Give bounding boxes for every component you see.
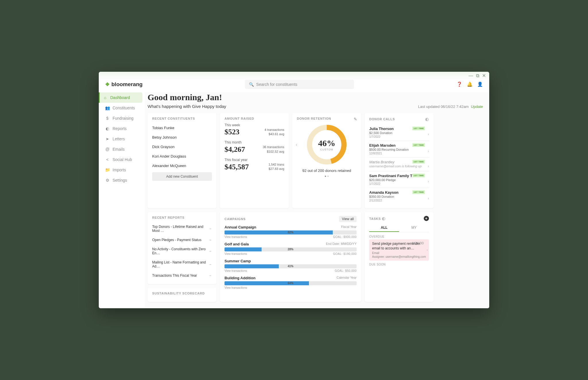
campaign-row: Annual CampaignFiscal Year 82% View tran… — [225, 225, 357, 239]
minimize-icon[interactable]: — — [469, 73, 473, 78]
user-icon[interactable]: 👤 — [477, 82, 483, 87]
first-time-badge: 1ST TIME — [412, 143, 425, 147]
progress-bar: 64% — [225, 281, 357, 285]
maximize-icon[interactable]: ⧉ — [476, 73, 479, 78]
last-updated: Last updated 06/16/22 7:42am Update — [418, 104, 483, 109]
donor-call-row[interactable]: 1ST TIME Martia Brantley username@email.… — [369, 157, 429, 171]
help-icon[interactable]: ❓ — [457, 82, 462, 87]
donor-call-row[interactable]: 1ST TIME Elijah Marsden $500.00 Recurrin… — [369, 141, 429, 157]
constituent-row[interactable]: Alexander McQueen — [152, 161, 212, 170]
logo[interactable]: ❖ bloomerang — [105, 81, 143, 88]
constituent-row[interactable]: Dick Grayson — [152, 142, 212, 152]
edit-icon[interactable]: ✎ — [354, 117, 357, 121]
pie-icon[interactable]: ◐ — [382, 216, 386, 221]
home-icon: ⌂ — [103, 95, 107, 100]
progress-bar: 41% — [225, 264, 357, 268]
tab-my[interactable]: MY — [399, 224, 429, 232]
dashboard-row-2: RECENT REPORTS Top Donors - Lifetime Rai… — [148, 212, 483, 302]
main: Good morning, Jan! What's happening with… — [145, 92, 489, 309]
pie-icon[interactable]: ◐ — [425, 117, 429, 121]
sidebar-item-dashboard[interactable]: ⌂Dashboard — [99, 92, 142, 103]
card-tasks: TASKS ◐ + ALL MY OVERDUE Send pledge pay… — [365, 212, 434, 302]
send-icon: ➤ — [105, 137, 110, 141]
progress-bar: 28% — [225, 247, 357, 251]
sidebar-item-social-hub[interactable]: <Social Hub — [101, 154, 142, 165]
report-row[interactable]: Open Pledges - Payment Status→ — [152, 235, 212, 245]
card-recent-constituents: RECENT CONSTITUENTS Tobias Funke Betsy J… — [148, 113, 216, 209]
chevron-right-icon: › — [428, 179, 429, 183]
app-window: — ⧉ ✕ ❖ bloomerang 🔍 Search for constitu… — [99, 72, 489, 309]
constituent-row[interactable]: Betsy Johnson — [152, 133, 212, 142]
donor-call-row[interactable]: 1ST TIME Julia Thorson $2,500 Donation 1… — [369, 124, 429, 141]
people-icon: 👥 — [105, 106, 110, 110]
amount-block-week: This week $523 4 transactions$43.61 avg — [225, 123, 284, 137]
sidebar-item-letters[interactable]: ➤Letters — [101, 134, 142, 144]
dollar-icon: $ — [105, 116, 110, 121]
sidebar: ⌂Dashboard 👥Constituents $Fundraising ◐R… — [99, 92, 145, 309]
chevron-right-icon: › — [428, 132, 429, 136]
view-transactions-link[interactable]: View transactions — [225, 252, 247, 255]
left-col: RECENT REPORTS Top Donors - Lifetime Rai… — [148, 212, 216, 302]
view-transactions-link[interactable]: View transactions — [225, 269, 247, 272]
add-task-button[interactable]: + — [424, 216, 429, 221]
first-time-badge: 1ST TIME — [412, 160, 425, 164]
bell-icon[interactable]: 🔔 — [467, 82, 473, 87]
card-recent-reports: RECENT REPORTS Top Donors - Lifetime Rai… — [148, 212, 216, 284]
chevron-right-icon: › — [428, 196, 429, 200]
constituent-row[interactable]: Kori Ander Douglass — [152, 152, 212, 161]
card-donor-retention: DONOR RETENTION ✎ ‹ 46% CUSTOM — [292, 113, 361, 209]
arrow-right-icon: → — [208, 238, 212, 242]
search-wrap: 🔍 Search for constituents — [148, 80, 451, 89]
constituent-row[interactable]: Tobias Funke — [152, 123, 212, 133]
folder-icon: 📁 — [105, 168, 110, 172]
chevron-left-icon[interactable]: ‹ — [296, 142, 297, 147]
update-link[interactable]: Update — [471, 104, 483, 109]
card-title: RECENT CONSTITUENTS — [152, 117, 212, 120]
chevron-right-icon: › — [427, 248, 428, 252]
campaign-row: Building AdditionCalendar Year 64% View … — [225, 276, 357, 289]
task-row[interactable]: Send pledge payment reminder email to ac… — [369, 239, 429, 260]
top-icons: ❓ 🔔 👤 — [457, 82, 483, 87]
card-title: DONOR RETENTION — [297, 117, 357, 120]
view-all-button[interactable]: View all — [339, 216, 357, 222]
sidebar-item-reports[interactable]: ◐Reports — [101, 123, 142, 134]
card-donor-calls: DONOR CALLS◐ 1ST TIME Julia Thorson $2,5… — [365, 113, 434, 209]
arrow-right-icon: → — [208, 262, 212, 266]
report-row[interactable]: Transactions This Fiscal Year→ — [152, 271, 212, 280]
card-sustainability: SUSTAINABILITY SCORECARD — [148, 288, 216, 302]
report-row[interactable]: Top Donors - Lifetime Raised and Most …→ — [152, 222, 212, 235]
arrow-right-icon: → — [208, 227, 212, 231]
add-constituent-button[interactable]: Add new Constituent — [152, 172, 212, 181]
donor-call-row[interactable]: 1ST TIME Amanda Kayson $350.00 Donation … — [369, 188, 429, 204]
tab-all[interactable]: ALL — [369, 224, 399, 232]
retention-donut: 46% CUSTOM — [305, 123, 348, 166]
overdue-label: OVERDUE — [369, 235, 429, 238]
sidebar-item-fundraising[interactable]: $Fundraising — [101, 113, 142, 123]
brand-name: bloomerang — [111, 81, 143, 88]
campaign-row: Summer Camp 41% View transactionsGOAL: $… — [225, 259, 357, 272]
report-row[interactable]: No Activity - Constituents with Zero En…… — [152, 245, 212, 258]
share-icon: < — [105, 157, 110, 162]
chevron-right-icon: › — [428, 149, 429, 153]
sidebar-item-emails[interactable]: @Emails — [101, 144, 142, 154]
amount-block-month: This month $4,267 36 transactions$102.52… — [225, 140, 284, 154]
retention-text: 92 out of 200 donors retained — [297, 168, 357, 173]
topbar: ❖ bloomerang 🔍 Search for constituents ❓… — [99, 80, 489, 92]
search-input[interactable]: 🔍 Search for constituents — [245, 80, 354, 89]
retention-sublabel: CUSTOM — [320, 148, 333, 151]
view-transactions-link[interactable]: View transactions — [225, 286, 247, 289]
close-icon[interactable]: ✕ — [482, 73, 486, 78]
chevron-right-icon: › — [428, 164, 429, 168]
sidebar-item-constituents[interactable]: 👥Constituents — [101, 103, 142, 113]
logo-icon: ❖ — [105, 81, 110, 88]
tasks-tabs: ALL MY — [369, 224, 429, 232]
donor-call-row[interactable]: 1ST TIME Sam Prastinani Family Trust $20… — [369, 171, 429, 188]
card-campaigns: CAMPAIGNS View all Annual CampaignFiscal… — [220, 212, 361, 302]
card-amount-raised: AMOUNT RAISED This week $523 4 transacti… — [220, 113, 289, 209]
sidebar-item-imports[interactable]: 📁Imports — [101, 165, 142, 175]
chart-icon: ◐ — [105, 126, 110, 131]
report-row[interactable]: Mailing List - Name Formatting and Ad…→ — [152, 258, 212, 271]
progress-bar: 82% — [225, 230, 357, 234]
view-transactions-link[interactable]: View transactions — [225, 235, 247, 239]
sidebar-item-settings[interactable]: ⚙Settings — [101, 175, 142, 185]
